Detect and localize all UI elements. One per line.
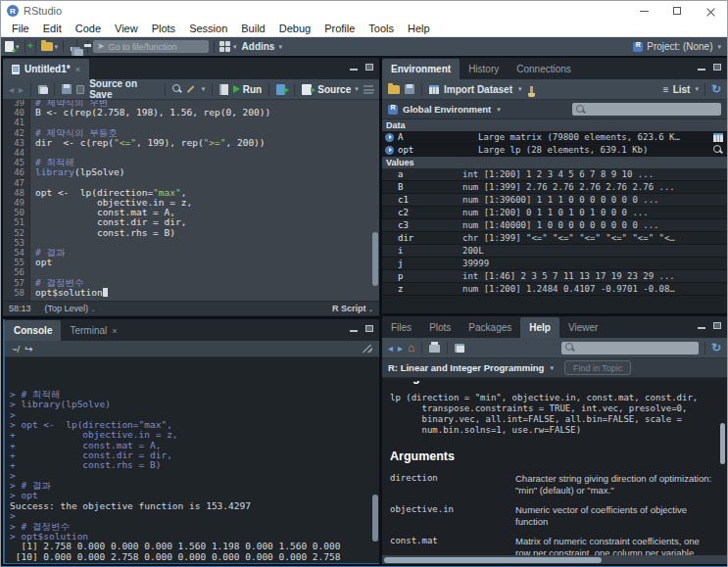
help-refresh-icon[interactable]: ↻: [711, 343, 721, 353]
expand-icon[interactable]: [385, 146, 394, 155]
menu-tools[interactable]: Tools: [362, 23, 401, 34]
menu-debug[interactable]: Debug: [272, 23, 317, 34]
home-icon[interactable]: ⌂: [408, 343, 414, 353]
tab-untitled1[interactable]: Untitled1* ×: [3, 59, 89, 79]
tab-help[interactable]: Help: [520, 317, 559, 338]
menu-edit[interactable]: Edit: [36, 23, 69, 34]
view-table-icon[interactable]: [713, 133, 723, 142]
tab-console[interactable]: Console: [5, 320, 61, 341]
minimize-pane-icon[interactable]: [350, 69, 358, 71]
help-scrollbar-vertical[interactable]: [720, 423, 725, 464]
help-print-icon[interactable]: [429, 345, 440, 353]
close-tab-icon[interactable]: ×: [75, 65, 80, 74]
console-scrollbar[interactable]: [372, 495, 378, 542]
env-object-row[interactable]: znum [1:200] 1.2484 0.4107 -0.9701 -0.08…: [382, 283, 727, 296]
tab-terminal[interactable]: Terminal×: [61, 320, 125, 341]
inspect-icon[interactable]: [713, 145, 723, 155]
env-object-row[interactable]: j39999: [382, 258, 727, 270]
menu-plots[interactable]: Plots: [145, 23, 182, 34]
addins-button[interactable]: Addins▾: [240, 41, 282, 52]
pane-layout-button[interactable]: ▾: [219, 41, 237, 52]
maximize-pane-icon[interactable]: [365, 325, 373, 332]
code-editor[interactable]: 3940414243444546474849505152535455565758…: [3, 100, 379, 301]
environment-tabstrip: EnvironmentHistoryConnections: [382, 58, 727, 79]
menu-code[interactable]: Code: [69, 23, 108, 34]
text-cursor: [103, 288, 108, 297]
save-source-icon[interactable]: [62, 84, 71, 94]
help-new-window-icon[interactable]: [455, 344, 464, 353]
clear-workspace-icon[interactable]: [530, 86, 533, 93]
file-type-selector[interactable]: R Script ⌄: [332, 304, 373, 313]
load-workspace-icon[interactable]: [388, 85, 400, 94]
console-line: Success: the objective function is 153.4…: [10, 501, 379, 511]
minimize-pane-icon[interactable]: [698, 69, 705, 71]
tab-connections[interactable]: Connections: [508, 59, 580, 79]
env-object-row[interactable]: dirchr [1:399] "<=" "<=" "<=" "<=" "<=" …: [382, 232, 727, 245]
tab-plots[interactable]: Plots: [420, 317, 460, 338]
open-file-button[interactable]: ▾: [41, 42, 59, 51]
tab-viewer[interactable]: Viewer: [559, 317, 607, 338]
tab-files[interactable]: Files: [382, 317, 420, 338]
env-object-row[interactable]: Bnum [1:399] 2.76 2.76 2.76 2.76 2.76 ..…: [382, 181, 727, 194]
close-tab-icon[interactable]: ×: [112, 326, 117, 336]
menu-file[interactable]: File: [5, 23, 36, 34]
tab-environment[interactable]: Environment: [382, 59, 460, 79]
minimize-button[interactable]: [627, 1, 660, 21]
menu-view[interactable]: View: [108, 23, 145, 34]
help-back-icon[interactable]: ◂: [388, 343, 393, 354]
refresh-icon[interactable]: ↻: [711, 84, 721, 94]
source-on-save-checkbox[interactable]: [76, 85, 85, 94]
run-button[interactable]: Run: [233, 84, 262, 95]
help-forward-icon[interactable]: ▸: [398, 343, 403, 354]
maximize-pane-icon[interactable]: [713, 322, 721, 329]
tab-history[interactable]: History: [460, 59, 508, 79]
expand-icon[interactable]: [385, 133, 394, 142]
menu-session[interactable]: Session: [182, 23, 234, 34]
editor-scrollbar[interactable]: [372, 232, 378, 286]
close-button[interactable]: [694, 1, 727, 21]
console-options-icon[interactable]: [363, 345, 372, 353]
section-header-values: Values: [382, 157, 727, 168]
global-environment-selector[interactable]: Global Environment: [403, 104, 491, 115]
new-file-button[interactable]: +▾: [5, 41, 20, 52]
menu-build[interactable]: Build: [234, 23, 271, 34]
env-object-row[interactable]: pint [1:46] 2 3 5 7 11 13 17 19 23 29 ..…: [382, 270, 727, 283]
find-replace-icon[interactable]: [172, 84, 181, 94]
menu-help[interactable]: Help: [401, 23, 437, 34]
env-object-row[interactable]: c1num [1:39600] 1 1 1 0 0 0 0 0 0 0 ...: [382, 194, 727, 207]
maximize-pane-icon[interactable]: [365, 64, 373, 71]
save-workspace-icon[interactable]: [405, 84, 414, 94]
env-object-row[interactable]: c3num [1:40000] 1 0 0 0 0 0 0 0 0 0 ...: [382, 219, 727, 232]
minimize-pane-icon[interactable]: [698, 327, 705, 329]
env-object-row[interactable]: optLarge lp (28 elements, 639.1 Kb): [382, 144, 727, 157]
maximize-button[interactable]: [660, 1, 694, 21]
env-object-row[interactable]: i200L: [382, 245, 727, 258]
document-outline-icon[interactable]: [364, 85, 373, 94]
source-button[interactable]: Source ▾: [302, 84, 358, 95]
help-scrollbar-horizontal[interactable]: [382, 555, 727, 564]
goto-file-input[interactable]: ➤ Go to file/function: [93, 40, 209, 53]
list-view-button[interactable]: List: [673, 84, 691, 95]
console-output[interactable]: > # 최적해> library(lpSolve)>> opt <- lp(di…: [5, 357, 379, 563]
env-object-row[interactable]: aint [1:200] 1 2 3 4 5 6 7 8 9 10 ...: [382, 168, 727, 181]
goto-directory-icon[interactable]: ↪: [24, 344, 32, 354]
tab-packages[interactable]: Packages: [460, 317, 520, 338]
project-selector[interactable]: Project: (None): [647, 41, 712, 52]
import-dataset-button[interactable]: Import Dataset: [444, 84, 512, 95]
environment-search-input[interactable]: [572, 103, 721, 116]
help-search-input[interactable]: [561, 342, 699, 354]
find-in-topic-button[interactable]: Find in Topic: [564, 360, 631, 375]
rerun-icon[interactable]: [276, 84, 285, 95]
env-object-row[interactable]: ALarge matrix (79800 elements, 623.6 K…: [382, 131, 727, 144]
code-tools-icon[interactable]: [187, 85, 195, 93]
open-new-window-icon[interactable]: [38, 85, 47, 94]
scope-selector[interactable]: (Top Level) ⌄: [45, 304, 96, 313]
maximize-pane-icon[interactable]: [713, 64, 721, 71]
forward-icon[interactable]: ▸: [19, 84, 24, 95]
back-icon[interactable]: ◂: [9, 84, 14, 95]
help-tabstrip: FilesPlotsPackagesHelpViewer: [382, 316, 727, 338]
menu-profile[interactable]: Profile: [317, 23, 362, 34]
compile-report-icon[interactable]: [219, 84, 228, 95]
minimize-pane-icon[interactable]: [350, 330, 358, 332]
env-object-row[interactable]: c2num [1:200] 0 1 1 0 1 0 1 0 0 0 ...: [382, 207, 727, 219]
